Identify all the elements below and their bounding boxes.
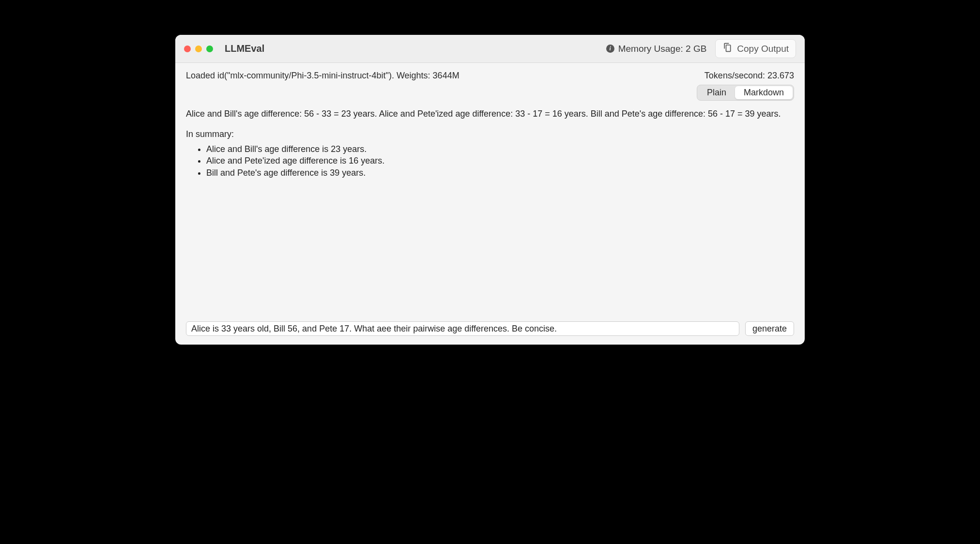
- output-list: Alice and Bill's age difference is 23 ye…: [186, 143, 794, 179]
- memory-usage-label: Memory Usage: 2 GB: [618, 44, 707, 54]
- copy-output-button[interactable]: Copy Output: [715, 39, 796, 58]
- titlebar-right: i Memory Usage: 2 GB Copy Output: [606, 39, 796, 58]
- info-icon: i: [606, 45, 614, 53]
- close-window-button[interactable]: [184, 45, 191, 52]
- list-item: Alice and Pete'ized age difference is 16…: [206, 155, 794, 166]
- generate-button[interactable]: generate: [745, 321, 794, 336]
- prompt-input[interactable]: [186, 321, 739, 336]
- output-area: Alice and Bill's age difference: 56 - 33…: [175, 104, 805, 317]
- memory-usage: i Memory Usage: 2 GB: [606, 44, 707, 54]
- tab-markdown[interactable]: Markdown: [735, 86, 793, 99]
- app-title: LLMEval: [225, 43, 264, 54]
- output-summary-label: In summary:: [186, 128, 794, 140]
- input-row: generate: [175, 317, 805, 345]
- status-row: Loaded id("mlx-community/Phi-3.5-mini-in…: [175, 63, 805, 83]
- view-mode-row: Plain Markdown: [175, 83, 805, 104]
- tab-plain[interactable]: Plain: [698, 86, 735, 99]
- traffic-lights: [184, 45, 213, 52]
- list-item: Alice and Bill's age difference is 23 ye…: [206, 143, 794, 155]
- clipboard-icon: [722, 43, 732, 55]
- list-item: Bill and Pete's age difference is 39 yea…: [206, 167, 794, 179]
- loaded-model-text: Loaded id("mlx-community/Phi-3.5-mini-in…: [186, 71, 459, 81]
- copy-output-label: Copy Output: [737, 44, 789, 54]
- fullscreen-window-button[interactable]: [206, 45, 213, 52]
- app-window: LLMEval i Memory Usage: 2 GB Copy Output…: [175, 35, 805, 345]
- view-mode-segmented: Plain Markdown: [697, 85, 794, 101]
- output-paragraph: Alice and Bill's age difference: 56 - 33…: [186, 107, 794, 120]
- minimize-window-button[interactable]: [195, 45, 202, 52]
- tokens-per-second: Tokens/second: 23.673: [704, 71, 794, 81]
- titlebar: LLMEval i Memory Usage: 2 GB Copy Output: [175, 35, 805, 63]
